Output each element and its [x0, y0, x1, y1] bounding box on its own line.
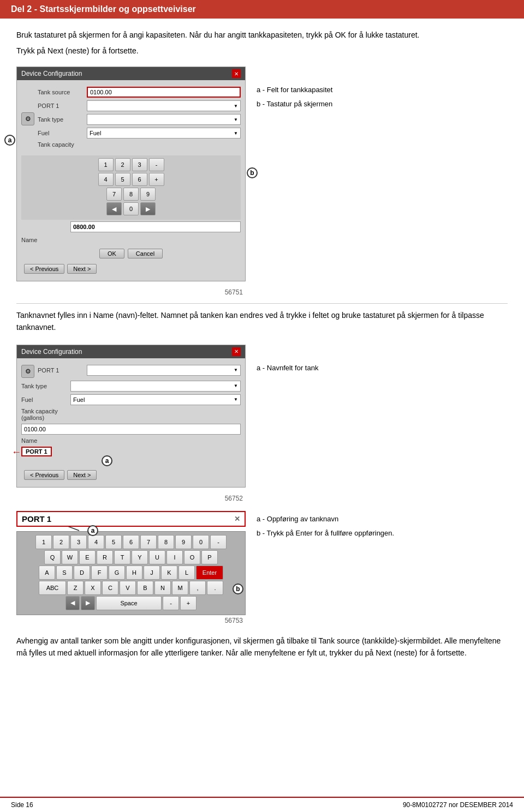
d2-capacity-input[interactable] — [21, 424, 241, 435]
kb-b[interactable]: B — [137, 581, 153, 595]
keypad-row4: ◀ 0 ▶ — [24, 202, 238, 215]
d2-next-button[interactable]: Next > — [67, 470, 97, 480]
kb-e[interactable]: E — [79, 550, 96, 564]
section1-text: Tanknavnet fylles inn i Name (navn)-felt… — [16, 309, 508, 334]
kb-left[interactable]: ◀ — [66, 596, 80, 610]
fuel-select[interactable]: Fuel ▼ — [87, 128, 241, 139]
dialog2-close-button[interactable]: ✕ — [232, 347, 241, 356]
d2-cap-value-row — [21, 424, 241, 435]
d2-fuel-select[interactable]: Fuel ▼ — [70, 394, 241, 405]
kb-0[interactable]: 0 — [193, 535, 209, 549]
dialog2-titlebar: Device Configuration ✕ — [17, 345, 245, 358]
kb-8[interactable]: 8 — [158, 535, 174, 549]
key-1[interactable]: 1 — [98, 158, 114, 171]
kb-l[interactable]: L — [178, 566, 195, 580]
kb-u[interactable]: U — [149, 550, 165, 564]
kb-row-qwerty: Q W E R T Y U I O P — [20, 550, 242, 564]
kb-1[interactable]: 1 — [35, 535, 52, 549]
key-plus[interactable]: + — [149, 173, 164, 186]
annot1-a-text: a - Felt for tankkapasitet — [257, 83, 332, 97]
kb-f[interactable]: F — [91, 566, 108, 580]
kb-t[interactable]: T — [114, 550, 130, 564]
kb-y[interactable]: Y — [132, 550, 148, 564]
intro-line2: Trykk på Next (neste) for å fortsette. — [16, 45, 508, 57]
d2-arrow-indicator: ← — [11, 447, 21, 458]
d2-port1-input-row: PORT 1 ← — [21, 447, 241, 456]
kb-c[interactable]: C — [102, 581, 118, 595]
kb-3[interactable]: 3 — [70, 535, 87, 549]
kb-abc[interactable]: ABC — [39, 581, 66, 595]
dialog1-close-button[interactable]: ✕ — [232, 69, 241, 78]
kb-7[interactable]: 7 — [140, 535, 157, 549]
kb-i[interactable]: I — [166, 550, 183, 564]
kb-period[interactable]: . — [207, 581, 223, 595]
dialog1: Device Configuration ✕ ⚙ Tank source — [16, 67, 246, 281]
kb-4[interactable]: 4 — [88, 535, 104, 549]
fig2-number: 56752 — [16, 493, 246, 504]
kb-k[interactable]: K — [161, 566, 177, 580]
key-0[interactable]: 0 — [123, 202, 139, 215]
kb-m[interactable]: M — [172, 581, 188, 595]
key-5[interactable]: 5 — [115, 173, 130, 186]
tanktype-row: Tank type ▼ — [38, 114, 241, 125]
annot3-a-text: a - Oppføring av tanknavn — [257, 512, 338, 526]
key-2[interactable]: 2 — [115, 158, 130, 171]
kb-q[interactable]: Q — [44, 550, 61, 564]
key-7[interactable]: 7 — [106, 188, 122, 201]
d2-tanktype-select[interactable]: ▼ — [70, 381, 241, 392]
kb-g[interactable]: G — [109, 566, 125, 580]
kb-a[interactable]: A — [39, 566, 55, 580]
tanksource-input[interactable] — [87, 87, 241, 98]
capacity-value-input[interactable] — [70, 221, 241, 232]
key-9[interactable]: 9 — [140, 188, 156, 201]
port1-select[interactable]: ▼ — [87, 100, 241, 111]
key-minus[interactable]: - — [149, 158, 164, 171]
tank-name-clear-icon[interactable]: ✕ — [234, 515, 240, 523]
kb-minus2[interactable]: - — [163, 596, 179, 610]
kb-n[interactable]: N — [154, 581, 171, 595]
kb-j[interactable]: J — [144, 566, 160, 580]
dialog2-body: ⚙ PORT 1 ▼ Tank type — [17, 358, 245, 487]
kb-comma[interactable]: , — [189, 581, 206, 595]
cancel-button[interactable]: Cancel — [128, 249, 163, 258]
ok-button[interactable]: OK — [99, 249, 124, 258]
next-button[interactable]: Next > — [67, 264, 97, 274]
key-8[interactable]: 8 — [123, 188, 139, 201]
tanktype-select[interactable]: ▼ — [87, 114, 241, 125]
kb-9[interactable]: 9 — [175, 535, 192, 549]
kb-h[interactable]: H — [126, 566, 142, 580]
kb-row-numbers: 1 2 3 4 5 6 7 8 9 0 - — [20, 535, 242, 549]
kb-x[interactable]: X — [85, 581, 101, 595]
kb-r[interactable]: R — [97, 550, 113, 564]
key-right-arrow[interactable]: ▶ — [140, 202, 156, 215]
kb-6[interactable]: 6 — [123, 535, 139, 549]
d2-previous-button[interactable]: < Previous — [24, 470, 64, 480]
fuel-value: Fuel — [90, 130, 101, 136]
header-title: Del 2 - Startsskjermbilder og oppsettvei… — [11, 4, 196, 14]
kb-plus[interactable]: + — [180, 596, 196, 610]
key-6[interactable]: 6 — [132, 173, 147, 186]
kb-w[interactable]: W — [62, 550, 78, 564]
kb-z[interactable]: Z — [67, 581, 84, 595]
kb-o[interactable]: O — [184, 550, 200, 564]
kb-5[interactable]: 5 — [105, 535, 122, 549]
annot2-a-line: a - Navnfelt for tank — [257, 361, 318, 375]
key-left-arrow[interactable]: ◀ — [106, 202, 122, 215]
d2-tankcap-label: Tank capacity (gallons) — [21, 408, 70, 421]
port1-row: PORT 1 ▼ — [38, 100, 241, 111]
kb-dash[interactable]: - — [210, 535, 227, 549]
keypad-row3: 7 8 9 — [24, 188, 238, 201]
key-4[interactable]: 4 — [98, 173, 114, 186]
kb-s[interactable]: S — [56, 566, 73, 580]
f3-annot-b-circle: b — [233, 584, 243, 594]
kb-right[interactable]: ▶ — [81, 596, 95, 610]
kb-p[interactable]: P — [201, 550, 218, 564]
kb-space[interactable]: Space — [96, 596, 162, 610]
d2-port1-select[interactable]: ▼ — [87, 365, 241, 376]
previous-button[interactable]: < Previous — [24, 264, 64, 274]
kb-d[interactable]: D — [74, 566, 90, 580]
kb-2[interactable]: 2 — [53, 535, 69, 549]
key-3[interactable]: 3 — [132, 158, 147, 171]
kb-v[interactable]: V — [120, 581, 136, 595]
kb-enter[interactable]: Enter — [196, 566, 223, 580]
